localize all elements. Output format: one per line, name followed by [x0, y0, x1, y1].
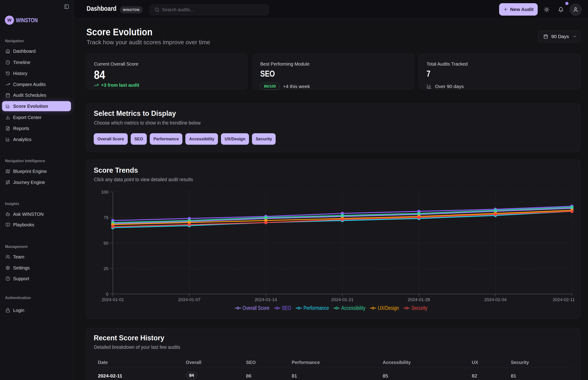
- svg-text:2024-01-07: 2024-01-07: [178, 297, 201, 302]
- svg-text:50: 50: [104, 241, 108, 246]
- svg-text:0: 0: [106, 292, 108, 297]
- svg-text:100: 100: [101, 190, 108, 194]
- svg-text:2024-01-28: 2024-01-28: [408, 297, 430, 302]
- svg-text:2024-02-04: 2024-02-04: [484, 297, 507, 302]
- svg-text:25: 25: [104, 266, 108, 271]
- svg-text:2024-01-01: 2024-01-01: [102, 297, 124, 302]
- svg-text:75: 75: [104, 215, 108, 220]
- svg-text:2024-01-21: 2024-01-21: [331, 297, 354, 302]
- svg-text:2024-02-11: 2024-02-11: [553, 297, 575, 302]
- svg-text:2024-01-14: 2024-01-14: [255, 297, 277, 302]
